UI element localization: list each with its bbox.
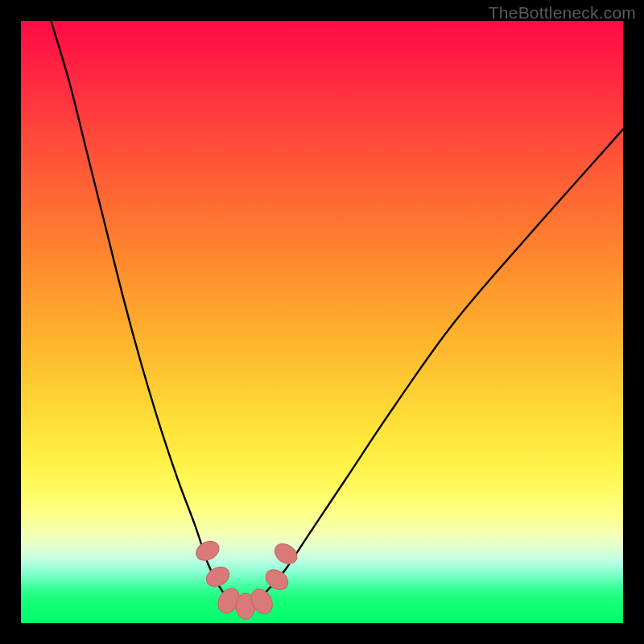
marker-right-upper <box>271 539 301 568</box>
watermark-text: TheBottleneck.com <box>489 3 636 23</box>
bottleneck-curve <box>51 21 623 605</box>
marker-right-lower <box>262 566 291 594</box>
marker-left-lower <box>203 564 233 590</box>
marker-left-upper <box>193 537 223 564</box>
marker-group <box>193 537 301 619</box>
plot-area <box>21 21 623 623</box>
overlay-svg <box>21 21 623 623</box>
outer-frame: TheBottleneck.com <box>0 0 644 644</box>
